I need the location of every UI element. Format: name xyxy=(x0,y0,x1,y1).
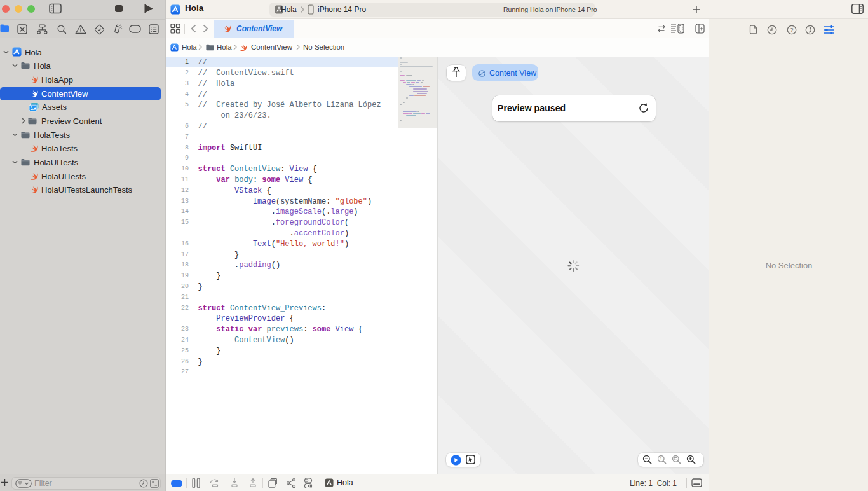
svg-text:?: ? xyxy=(790,27,793,33)
svg-text:1: 1 xyxy=(660,457,662,461)
